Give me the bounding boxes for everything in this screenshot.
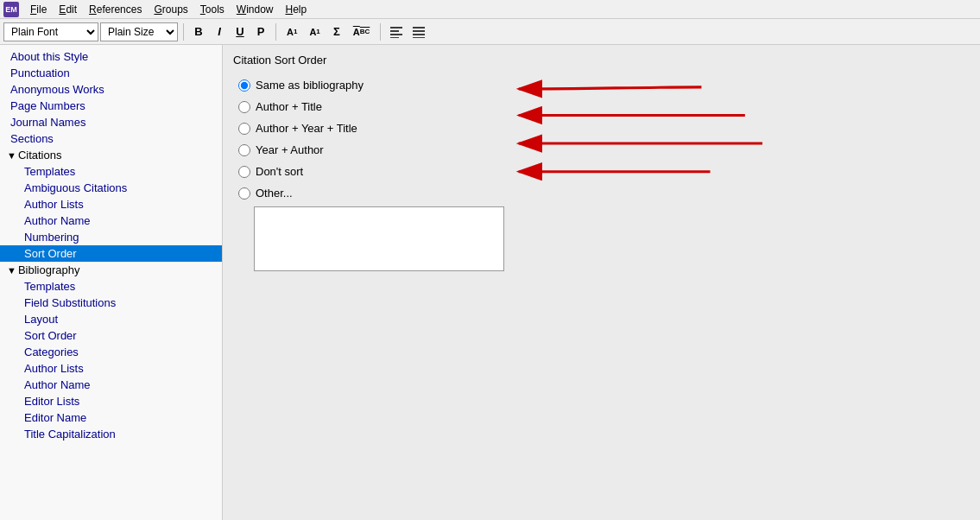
citation-sort-order-panel: Citation Sort Order Same as bibliography…	[231, 54, 971, 271]
radio-input-author-title[interactable]	[238, 101, 250, 113]
font-select[interactable]: Plain Font	[3, 22, 98, 41]
radio-label-dont-sort: Don't sort	[256, 165, 303, 178]
sidebar-item-author-lists[interactable]: Author Lists	[0, 196, 222, 212]
sidebar-item-categories[interactable]: Categories	[0, 344, 222, 360]
abc-button[interactable]: ABC	[348, 22, 376, 41]
sidebar: About this Style Punctuation Anonymous W…	[0, 45, 223, 520]
sidebar-item-numbering[interactable]: Numbering	[0, 229, 222, 245]
panel-title: Citation Sort Order	[231, 54, 971, 67]
sidebar-item-punctuation[interactable]: Punctuation	[0, 65, 222, 81]
radio-input-other[interactable]	[238, 187, 250, 200]
underline-button[interactable]: U	[231, 22, 250, 41]
sidebar-item-citations[interactable]: ▼Citations	[0, 147, 222, 163]
radio-group: Same as bibliography Author + Title Auth…	[231, 75, 971, 203]
menu-help[interactable]: Help	[280, 2, 313, 17]
sidebar-item-bibliography[interactable]: ▼Bibliography	[0, 262, 222, 278]
radio-input-year-author[interactable]	[238, 144, 250, 156]
menu-groups[interactable]: Groups	[148, 2, 193, 17]
radio-author-year-title[interactable]: Author + Year + Title	[238, 122, 971, 135]
superscript-button[interactable]: A1	[281, 22, 302, 41]
sidebar-item-page-numbers[interactable]: Page Numbers	[0, 98, 222, 114]
expand-icon-bib: ▼	[7, 265, 16, 276]
radio-label-year-author: Year + Author	[256, 143, 324, 156]
app-logo: EM	[3, 2, 19, 17]
sidebar-item-sort-order[interactable]: Sort Order	[0, 245, 222, 262]
subscript-button[interactable]: A1	[304, 22, 325, 41]
content-area: Citation Sort Order Same as bibliography…	[223, 45, 980, 520]
radio-year-author[interactable]: Year + Author	[238, 143, 971, 156]
sidebar-item-bib-author-name[interactable]: Author Name	[0, 377, 222, 393]
sidebar-item-author-name[interactable]: Author Name	[0, 212, 222, 229]
align-justify-button[interactable]	[408, 22, 429, 41]
sidebar-item-about[interactable]: About this Style	[0, 48, 222, 65]
plain-button[interactable]: P	[251, 22, 270, 41]
sidebar-item-title-cap[interactable]: Title Capitalization	[0, 426, 222, 442]
sidebar-item-anonymous[interactable]: Anonymous Works	[0, 81, 222, 98]
sidebar-item-field-subs[interactable]: Field Substitutions	[0, 295, 222, 311]
other-text-area[interactable]	[254, 206, 504, 271]
radio-input-author-year-title[interactable]	[238, 123, 250, 135]
radio-label-same-as-bib: Same as bibliography	[256, 79, 364, 92]
menu-file[interactable]: File	[24, 2, 53, 17]
radio-dont-sort[interactable]: Don't sort	[238, 165, 971, 178]
sigma-button[interactable]: Σ	[327, 22, 346, 41]
toolbar-divider-2	[275, 23, 276, 41]
menu-tools[interactable]: Tools	[194, 2, 231, 17]
size-select[interactable]: Plain Size	[100, 22, 178, 41]
menu-window[interactable]: Window	[231, 2, 280, 17]
sidebar-item-editor-lists[interactable]: Editor Lists	[0, 393, 222, 409]
toolbar-divider-3	[380, 23, 381, 41]
sidebar-item-bib-sort-order[interactable]: Sort Order	[0, 327, 222, 344]
sidebar-item-layout[interactable]: Layout	[0, 311, 222, 327]
sidebar-item-bib-templates[interactable]: Templates	[0, 278, 222, 295]
sidebar-item-ambiguous[interactable]: Ambiguous Citations	[0, 180, 222, 196]
radio-label-other: Other...	[256, 187, 293, 200]
sidebar-item-editor-name[interactable]: Editor Name	[0, 409, 222, 426]
radio-label-author-title: Author + Title	[256, 100, 322, 113]
radio-input-dont-sort[interactable]	[238, 166, 250, 178]
menubar: EM File Edit References Groups Tools Win…	[0, 0, 980, 19]
sidebar-item-cit-templates[interactable]: Templates	[0, 163, 222, 180]
sidebar-item-journal-names[interactable]: Journal Names	[0, 114, 222, 130]
toolbar: Plain Font Plain Size B I U P A1 A1 Σ AB…	[0, 19, 980, 45]
radio-input-same-as-bib[interactable]	[238, 79, 250, 92]
sidebar-item-bib-author-lists[interactable]: Author Lists	[0, 360, 222, 377]
radio-label-author-year-title: Author + Year + Title	[256, 122, 357, 135]
menu-references[interactable]: References	[83, 2, 148, 17]
align-left-button[interactable]	[386, 22, 407, 41]
radio-author-title[interactable]: Author + Title	[238, 100, 971, 113]
main-layout: About this Style Punctuation Anonymous W…	[0, 45, 980, 520]
menu-edit[interactable]: Edit	[53, 2, 83, 17]
sidebar-item-sections[interactable]: Sections	[0, 130, 222, 147]
italic-button[interactable]: I	[210, 22, 229, 41]
bold-button[interactable]: B	[189, 22, 208, 41]
expand-icon: ▼	[7, 150, 16, 161]
toolbar-divider-1	[183, 23, 184, 41]
radio-other[interactable]: Other...	[238, 187, 971, 200]
radio-same-as-bib[interactable]: Same as bibliography	[238, 79, 971, 92]
